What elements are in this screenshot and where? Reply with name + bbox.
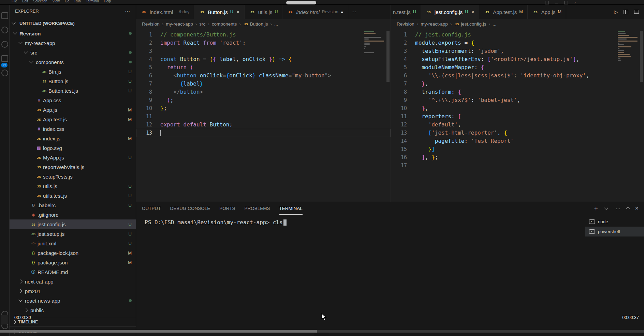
tree-item-package.json[interactable]: {}package.jsonM [10,258,136,267]
tree-item-utils.js[interactable]: JSutils.jsU [10,181,136,191]
tree-item-logo.svg[interactable]: ▧logo.svg [10,143,136,153]
menu-run[interactable]: Run [74,0,80,3]
breadcrumb-item[interactable]: my-react-app [421,21,448,27]
tree-item-button.test.js[interactable]: JSButton.test.jsU [10,86,136,95]
tab-button.js[interactable]: JSButton.jsU× [194,5,244,19]
breadcrumb-item[interactable]: my-react-app [166,21,193,27]
tab-index.html[interactable]: <>index.html...\bday [136,5,194,19]
menu-selection[interactable]: Selection [33,0,47,3]
more-tabs-button[interactable]: ⋯ [348,5,360,19]
terminal-profile-dropdown-icon[interactable] [604,206,608,210]
tree-item-my-react-app[interactable]: my-react-app [10,38,136,48]
explorer-icon[interactable] [1,12,8,19]
panel-tab-terminal[interactable]: TERMINAL [279,202,303,215]
breadcrumb-item[interactable]: JSjest.config.js [454,21,486,27]
breadcrumb-item[interactable]: JSButton.js [243,21,268,27]
tree-item-pm201[interactable]: pm201 [10,286,136,296]
tree-item-app.css[interactable]: #App.css [10,95,136,105]
menu-go[interactable]: Go [65,0,69,3]
layout-toggle-icon[interactable] [545,1,549,4]
tab-app.test.js[interactable]: JSApp.test.jsM [479,5,527,19]
tree-item-.gitignore[interactable]: ◆.gitignore [10,210,136,219]
tab-index.html[interactable]: <>index.htmlRevision● [282,5,348,19]
breadcrumb-item[interactable]: src [199,21,205,27]
tree-item-index.js[interactable]: JSindex.jsM [10,134,136,143]
run-debug-icon[interactable] [1,55,8,62]
tree-item-jest.config.js[interactable]: JSjest.config.jsU [10,219,136,229]
tree-item-app.js[interactable]: JSApp.jsM [10,105,136,114]
new-terminal-icon[interactable]: ＋ [593,204,599,213]
terminal-instance-powershell[interactable]: >_powershell [585,227,644,236]
tree-item-revision[interactable]: Revision [10,29,136,38]
maximize-icon[interactable] [564,1,568,4]
breadcrumb-item[interactable]: ... [493,21,496,27]
menu-help[interactable]: Help [104,0,111,3]
tree-item-reportwebvitals.js[interactable]: JSreportWebVitals.js [10,162,136,172]
panel-tab-output[interactable]: OUTPUT [142,202,161,215]
tree-item-myapp.js[interactable]: JSMyApp.jsU [10,153,136,162]
minimap-left[interactable] [364,31,385,56]
tree-item-setuptests.js[interactable]: JSsetupTests.js [10,172,136,181]
scrollbar-left[interactable] [386,31,390,82]
breadcrumb-item[interactable]: components [212,21,237,27]
tab-n.test.js[interactable]: n.test.jsU [391,5,421,19]
code-editor-right[interactable]: 1// jest.config.js2module.exports = {3 t… [391,29,644,202]
tree-item-utils.test.js[interactable]: JSutils.test.jsU [10,191,136,200]
tree-item-next-cat-app[interactable]: next-cat-app [10,277,136,286]
breadcrumb-item[interactable]: ... [274,21,278,27]
tree-item-src[interactable]: src [10,48,136,57]
menu-terminal[interactable]: Terminal [86,0,99,3]
tree-item-readme.md[interactable]: ⓘREADME.md [10,267,136,277]
minimize-icon[interactable] [555,1,558,3]
git-status-badge: U [129,184,132,189]
tree-item-jest.setup.js[interactable]: JSjest.setup.jsU [10,229,136,239]
terminal[interactable]: PS D:\FSD masai\Revision\my-react-app> c… [136,215,585,336]
recording-scrub-bar[interactable] [0,330,644,333]
md-file-icon: ⓘ [30,269,37,275]
js-file-icon: JS [454,22,459,26]
menu-file[interactable]: File [12,0,17,3]
maximize-panel-icon[interactable] [626,207,630,211]
tree-item-public[interactable]: public [10,305,136,315]
panel-tab-problems[interactable]: PROBLEMS [245,202,270,215]
tree-item-junit.xml[interactable]: <>junit.xmlU [10,239,136,248]
menu-edit[interactable]: Edit [22,0,28,3]
run-icon[interactable]: ▷ [614,9,618,15]
workspace-root[interactable]: UNTITLED (WORKSPACE) [10,18,136,29]
tree-item-index.css[interactable]: #index.css [10,124,136,134]
extensions-icon[interactable] [1,70,8,76]
minimap-right[interactable] [618,31,638,63]
tab-app.js[interactable]: JSApp.jsM [528,5,566,19]
close-icon[interactable]: × [471,9,474,15]
tab-utils.js[interactable]: JSutils.jsU [245,5,283,19]
panel-more-actions-icon[interactable]: ⋯ [616,206,621,211]
panel-tab-debug-console[interactable]: DEBUG CONSOLE [170,202,210,215]
close-window-icon[interactable]: × [574,1,576,4]
search-icon[interactable] [1,27,8,33]
tree-item-react-news-app[interactable]: react-news-app [10,296,136,305]
close-icon[interactable]: × [236,9,240,15]
tree-item-btn.js[interactable]: JSBtn.jsU [10,67,136,76]
breadcrumb-item[interactable]: Revision [142,21,160,27]
tab-jest.config.js[interactable]: JSjest.config.jsU× [421,5,480,19]
recorder-handle[interactable] [314,333,330,336]
tree-item-.babelrc[interactable]: B.babelrcU [10,200,136,210]
tree-item-app.test.js[interactable]: JSApp.test.jsM [10,114,136,124]
explorer-more-actions-icon[interactable]: ⋯ [125,8,130,14]
code-editor-left[interactable]: 1// components/Button.js2import React fr… [136,29,391,202]
tree-item-package-lock.json[interactable]: {}package-lock.jsonM [10,248,136,258]
recorder-widget[interactable] [1,315,8,324]
split-editor-icon[interactable] [624,10,628,14]
menu-view[interactable]: View [53,0,60,3]
toggle-panel-icon[interactable] [634,10,639,14]
tree-item-button.js[interactable]: JSButton.jsU [10,76,136,86]
tree-item-components[interactable]: components [10,57,136,67]
command-center[interactable] [286,1,316,4]
source-control-icon[interactable] [1,41,8,48]
breadcrumb-item[interactable]: Revision [397,21,414,27]
terminal-instance-node[interactable]: >_node [585,217,644,227]
close-panel-icon[interactable]: × [635,205,639,212]
scrollbar-right[interactable] [640,31,643,82]
panel-tab-ports[interactable]: PORTS [219,202,235,215]
git-status-badge: U [275,10,278,14]
